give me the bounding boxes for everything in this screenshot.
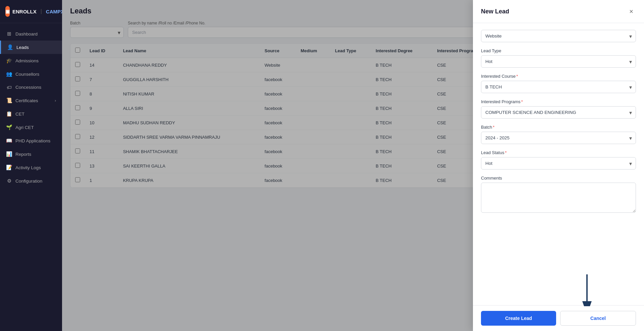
comments-group: Comments	[481, 176, 636, 214]
sidebar-item-label: CET	[15, 112, 24, 117]
leads-icon: 👤	[7, 44, 13, 50]
sidebar-item-agri-cet[interactable]: 🌱 Agri CET	[0, 121, 62, 134]
sidebar-item-dashboard[interactable]: ⊞ Dashboard	[0, 27, 62, 41]
logo-campx: CAMPX	[46, 9, 64, 14]
sidebar-item-label: Admissions	[15, 58, 39, 63]
interested-course-group: Interested Course* B TECH	[481, 74, 636, 93]
sidebar-item-label: Concessions	[15, 85, 41, 90]
create-lead-button[interactable]: Create Lead	[481, 311, 556, 326]
sidebar-item-label: Leads	[16, 45, 29, 50]
sidebar-item-concessions[interactable]: 🏷 Concessions	[0, 81, 62, 94]
lead-type-select[interactable]: Hot	[481, 55, 636, 68]
sidebar-item-label: Activity Logs	[15, 165, 41, 170]
sidebar-item-reports[interactable]: 📊 Reports	[0, 147, 62, 161]
lead-type-select-wrapper: Hot	[481, 55, 636, 68]
logo: ▣ ENROLLX | CAMPX	[0, 0, 62, 23]
batch-form-label: Batch*	[481, 125, 636, 130]
interested-course-label: Interested Course*	[481, 74, 636, 79]
sidebar-item-admissions[interactable]: 🎓 Admissions	[0, 54, 62, 67]
lead-type-group: Lead Type Hot	[481, 48, 636, 68]
interested-programs-group: Interested Programs* COMPUTER SCIENCE AN…	[481, 99, 636, 119]
sidebar-item-label: Configuration	[15, 179, 42, 184]
sidebar-item-label: Reports	[15, 152, 31, 157]
reports-icon: 📊	[6, 151, 12, 157]
sidebar-item-label: Agri CET	[15, 125, 34, 130]
activity-logs-icon: 📝	[6, 164, 12, 171]
sidebar-item-cet[interactable]: 📋 CET	[0, 107, 62, 121]
chevron-right-icon: ›	[55, 98, 56, 103]
admissions-icon: 🎓	[6, 58, 12, 64]
batch-form-select[interactable]: 2024 - 2025	[481, 132, 636, 144]
cet-icon: 📋	[6, 111, 12, 117]
sidebar-item-label: PHD Applications	[15, 138, 50, 143]
sidebar-item-label: Dashboard	[15, 31, 38, 37]
arrow-annotation	[574, 273, 600, 308]
dashboard-icon: ⊞	[6, 31, 12, 37]
sidebar-item-label: Certificates	[15, 98, 38, 103]
modal-title: New Lead	[481, 8, 509, 15]
phd-icon: 📖	[6, 138, 12, 144]
source-select[interactable]: Website	[481, 30, 636, 42]
sidebar: ▣ ENROLLX | CAMPX ⊞ Dashboard 👤 Leads 🎓 …	[0, 0, 62, 331]
source-group: Website	[481, 30, 636, 42]
comments-textarea[interactable]	[481, 183, 636, 213]
certificates-icon: 📜	[6, 97, 12, 104]
source-select-wrapper: Website	[481, 30, 636, 42]
logo-icon: ▣	[5, 6, 10, 17]
sidebar-item-leads[interactable]: 👤 Leads	[0, 41, 62, 54]
lead-status-select[interactable]: Hot	[481, 157, 636, 170]
sidebar-item-phd[interactable]: 📖 PHD Applications	[0, 134, 62, 147]
new-lead-modal: New Lead × Website Lead Type Hot Interes…	[473, 0, 644, 331]
batch-form-group: Batch* 2024 - 2025	[481, 125, 636, 144]
close-modal-button[interactable]: ×	[627, 7, 636, 16]
counsellors-icon: 👥	[6, 71, 12, 77]
lead-type-label: Lead Type	[481, 48, 636, 53]
lead-status-select-wrapper: Hot	[481, 157, 636, 170]
cancel-button[interactable]: Cancel	[560, 311, 636, 326]
concessions-icon: 🏷	[6, 84, 12, 90]
lead-status-label: Lead Status*	[481, 150, 636, 155]
lead-status-group: Lead Status* Hot	[481, 150, 636, 170]
sidebar-nav: ⊞ Dashboard 👤 Leads 🎓 Admissions 👥 Couns…	[0, 23, 62, 331]
sidebar-item-certificates[interactable]: 📜 Certificates ›	[0, 94, 62, 107]
modal-body: Website Lead Type Hot Interested Course*…	[473, 23, 644, 305]
interested-programs-select-wrapper: COMPUTER SCIENCE AND ENGINEERING	[481, 106, 636, 119]
comments-label: Comments	[481, 176, 636, 181]
agri-cet-icon: 🌱	[6, 124, 12, 130]
interested-course-select[interactable]: B TECH	[481, 81, 636, 93]
sidebar-item-activity-logs[interactable]: 📝 Activity Logs	[0, 161, 62, 174]
batch-form-select-wrapper: 2024 - 2025	[481, 132, 636, 144]
sidebar-item-label: Counsellors	[15, 72, 39, 77]
modal-footer: Create Lead Cancel	[473, 305, 644, 331]
interested-programs-label: Interested Programs*	[481, 99, 636, 104]
interested-course-select-wrapper: B TECH	[481, 81, 636, 93]
logo-enrollx: ENROLLX	[12, 9, 37, 14]
modal-header: New Lead ×	[473, 0, 644, 23]
sidebar-item-counsellors[interactable]: 👥 Counsellors	[0, 67, 62, 81]
configuration-icon: ⚙	[6, 178, 12, 184]
interested-programs-select[interactable]: COMPUTER SCIENCE AND ENGINEERING	[481, 106, 636, 119]
sidebar-item-configuration[interactable]: ⚙ Configuration	[0, 174, 62, 188]
